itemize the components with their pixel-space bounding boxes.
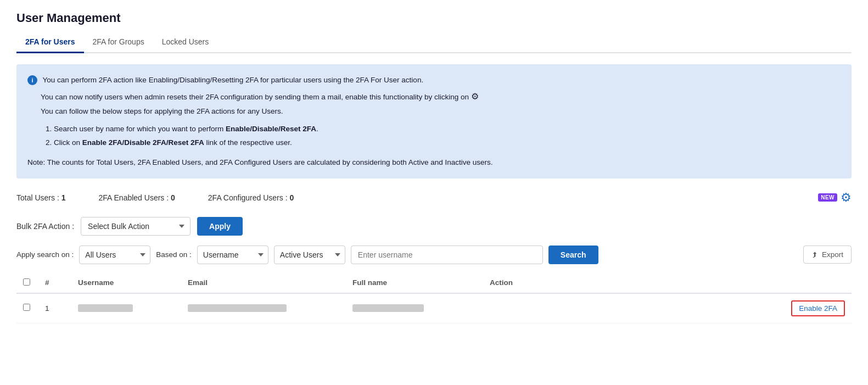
search-input[interactable] [351, 245, 543, 264]
page-title: User Management [16, 11, 852, 25]
enable-2fa-button[interactable]: Enable 2FA [791, 300, 845, 316]
row-checkbox[interactable] [23, 304, 30, 311]
bulk-action-label: Bulk 2FA Action : [16, 222, 74, 231]
info-line1: You can perform 2FA action like Enabling… [43, 76, 424, 84]
info-line3: You can follow the below steps for apply… [41, 107, 283, 115]
info-step2: Click on Enable 2FA/Disable 2FA/Reset 2F… [54, 137, 841, 149]
tab-bar: 2FA for Users 2FA for Groups Locked User… [16, 32, 852, 53]
total-users-stat: Total Users : 1 [16, 193, 66, 202]
table-header-num: # [38, 273, 71, 293]
apply-search-select[interactable]: All Users Active Users Inactive Users [79, 245, 150, 264]
search-row: Apply search on : All Users Active Users… [16, 245, 852, 264]
configured-users-stat: 2FA Configured Users : 0 [208, 193, 294, 202]
stats-actions: NEW ⚙ [818, 191, 852, 205]
select-all-checkbox[interactable] [23, 278, 30, 286]
info-step1: Search user by name for which you want t… [54, 123, 841, 135]
table-header-email: Email [181, 273, 346, 293]
gear-inline-icon[interactable]: ⚙ [471, 92, 479, 101]
table-header-fullname: Full name [346, 273, 483, 293]
based-on-label: Based on : [156, 250, 192, 259]
settings-gear-icon[interactable]: ⚙ [841, 191, 852, 205]
row-email [181, 293, 346, 323]
apply-button[interactable]: Apply [197, 217, 243, 236]
bulk-action-select[interactable]: Select Bulk ActionEnable 2FADisable 2FAR… [81, 217, 191, 236]
email-blurred [188, 304, 287, 312]
table-header-action: Action [483, 273, 852, 293]
tab-2fa-users[interactable]: 2FA for Users [16, 32, 84, 53]
export-icon: ⮭ [811, 250, 819, 259]
info-box: i You can perform 2FA action like Enabli… [16, 64, 852, 178]
based-on-select[interactable]: Username Email Full name [197, 245, 268, 264]
info-line2: You can now notify users when admin rese… [41, 93, 469, 101]
table-header-username: Username [71, 273, 181, 293]
apply-search-label: Apply search on : [16, 250, 74, 259]
stats-row: Total Users : 1 2FA Enabled Users : 0 2F… [16, 191, 852, 205]
row-checkbox-cell [16, 293, 38, 323]
info-note: Note: The counts for Total Users, 2FA En… [27, 157, 841, 169]
user-type-select[interactable]: Active Users Inactive Users All Users [274, 245, 345, 264]
export-button[interactable]: ⮭ Export [803, 245, 852, 264]
enabled-users-stat: 2FA Enabled Users : 0 [99, 193, 175, 202]
row-num: 1 [38, 293, 71, 323]
row-action: Enable 2FA [483, 293, 852, 323]
table-row: 1 Enable 2FA [16, 293, 852, 323]
bulk-action-row: Bulk 2FA Action : Select Bulk ActionEnab… [16, 217, 852, 236]
row-fullname [346, 293, 483, 323]
new-badge: NEW [818, 193, 837, 202]
users-table: # Username Email Full name Action 1 [16, 273, 852, 323]
row-username [71, 293, 181, 323]
tab-locked-users[interactable]: Locked Users [153, 32, 218, 53]
info-icon: i [27, 75, 37, 85]
fullname-blurred [352, 304, 424, 312]
table-header-checkbox [16, 273, 38, 293]
export-label: Export [822, 250, 843, 259]
search-button[interactable]: Search [548, 245, 598, 264]
tab-2fa-groups[interactable]: 2FA for Groups [84, 32, 153, 53]
username-blurred [78, 304, 133, 312]
